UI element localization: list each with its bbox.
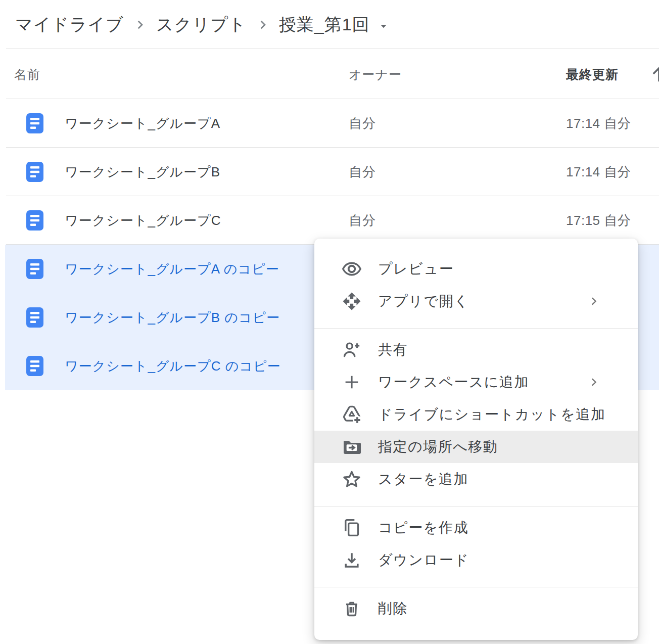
file-owner: 自分: [349, 163, 376, 181]
docs-icon: [26, 113, 43, 133]
breadcrumb-link[interactable]: 授業_第1回: [279, 13, 370, 36]
menu-item[interactable]: 共有: [314, 334, 638, 366]
menu-item[interactable]: 指定の場所へ移動: [314, 431, 638, 463]
column-header-owner[interactable]: オーナー: [349, 66, 402, 82]
file-row[interactable]: ワークシート_グループA 自分 17:14 自分: [0, 99, 659, 148]
menu-item-label: プレビュー: [378, 259, 454, 279]
file-name: ワークシート_グループC: [65, 212, 221, 229]
menu-item[interactable]: プレビュー: [314, 253, 638, 285]
menu-item[interactable]: 削除: [314, 592, 638, 625]
submenu-chevron-icon: [587, 376, 600, 389]
docs-icon: [26, 162, 43, 182]
menu-item[interactable]: アプリで開く: [314, 285, 638, 317]
menu-item[interactable]: スターを追加: [314, 463, 638, 495]
column-header-name[interactable]: 名前: [14, 66, 40, 82]
file-table-header: 名前 オーナー 最終更新: [0, 49, 659, 99]
file-row[interactable]: ワークシート_グループB 自分 17:14 自分: [0, 148, 659, 196]
file-modified: 17:14 自分: [566, 115, 631, 132]
menu-item-label: 共有: [378, 340, 408, 359]
person-add-icon: [341, 339, 363, 361]
folder-move-icon: [341, 436, 363, 458]
file-name: ワークシート_グループA のコピー: [65, 260, 279, 278]
file-name: ワークシート_グループA: [65, 115, 220, 132]
drive-file-list-page: { "breadcrumb": { "items": [ { "label": …: [0, 0, 659, 644]
menu-item[interactable]: ワークスペースに追加: [314, 366, 638, 398]
context-menu: プレビュー アプリで開く 共有 ワークスペースに追加 ドライブにショートカットを…: [314, 239, 638, 640]
docs-icon: [26, 259, 43, 279]
menu-divider: [314, 587, 638, 587]
docs-icon: [26, 356, 43, 376]
file-modified: 17:15 自分: [566, 212, 631, 229]
breadcrumb-chevron-icon: [133, 18, 147, 32]
menu-item-label: ドライブにショートカットを追加: [378, 405, 605, 424]
menu-item[interactable]: ドライブにショートカットを追加: [314, 398, 638, 431]
file-name: ワークシート_グループB: [65, 163, 220, 181]
docs-icon: [26, 210, 43, 231]
breadcrumb-link[interactable]: マイドライブ: [15, 13, 124, 36]
star-icon: [341, 468, 363, 490]
menu-item-label: ワークスペースに追加: [378, 373, 529, 392]
plus-icon: [341, 371, 363, 393]
menu-item-label: コピーを作成: [378, 518, 468, 537]
menu-item[interactable]: コピーを作成: [314, 512, 638, 544]
drive-shortcut-icon: [341, 403, 363, 426]
menu-item-label: ダウンロード: [378, 550, 469, 570]
breadcrumb-link[interactable]: スクリプト: [156, 13, 247, 36]
file-name: ワークシート_グループC のコピー: [65, 357, 281, 375]
file-owner: 自分: [349, 212, 376, 229]
copy-icon: [341, 517, 363, 539]
menu-divider: [314, 328, 638, 329]
breadcrumb-chevron-icon: [256, 18, 270, 32]
file-name: ワークシート_グループB のコピー: [65, 309, 280, 327]
open-with-icon: [341, 290, 363, 312]
menu-item[interactable]: ダウンロード: [314, 544, 638, 576]
file-row[interactable]: ワークシート_グループC 自分 17:15 自分: [0, 196, 659, 245]
eye-icon: [341, 258, 363, 280]
breadcrumb-item: 授業_第1回: [247, 13, 390, 36]
menu-item-label: 指定の場所へ移動: [378, 437, 498, 456]
menu-divider: [314, 506, 638, 507]
submenu-chevron-icon: [587, 295, 600, 308]
breadcrumb-item: スクリプト: [124, 13, 247, 36]
docs-icon: [26, 307, 43, 328]
trash-icon: [341, 597, 363, 620]
menu-item-label: スターを追加: [378, 470, 468, 489]
download-icon: [341, 549, 363, 571]
breadcrumb-dropdown-icon[interactable]: [377, 20, 390, 33]
file-modified: 17:14 自分: [566, 163, 631, 181]
breadcrumb-item: マイドライブ: [15, 13, 124, 36]
menu-item-label: 削除: [378, 599, 408, 618]
column-header-modified[interactable]: 最終更新: [566, 66, 619, 82]
menu-item-label: アプリで開く: [378, 292, 469, 311]
breadcrumb: マイドライブ スクリプト 授業_第1回: [0, 0, 659, 49]
sort-arrow-up-icon[interactable]: [648, 64, 659, 85]
file-owner: 自分: [349, 115, 376, 132]
